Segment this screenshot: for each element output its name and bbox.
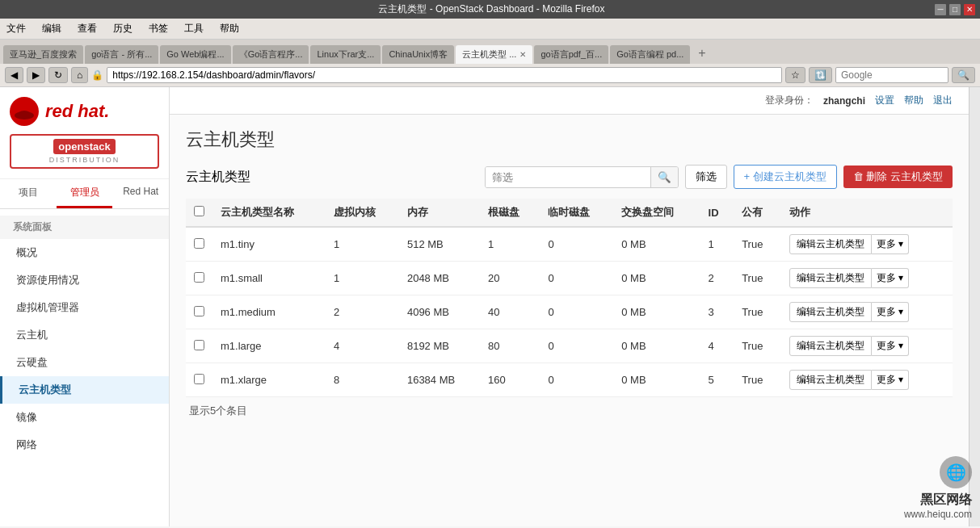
tab-label: 《Go语言程序...	[239, 48, 303, 61]
row-disk: 20	[480, 262, 540, 295]
row-ram: 8192 MB	[399, 329, 480, 363]
edit-flavor-button-4[interactable]: 编辑云主机类型	[789, 370, 872, 390]
row-checkbox-1[interactable]	[194, 272, 204, 283]
address-input[interactable]	[107, 67, 782, 83]
row-name: m1.xlarge	[212, 363, 326, 397]
row-public: True	[734, 329, 780, 363]
row-id: 5	[700, 363, 734, 397]
redhat-logo: red hat.	[10, 97, 159, 126]
col-checkbox	[186, 199, 212, 227]
sidebar-item-instances[interactable]: 云主机	[0, 321, 169, 349]
row-checkbox-cell	[186, 329, 212, 363]
browser-tab-2[interactable]: Go Web编程...	[160, 45, 230, 64]
row-ram: 2048 MB	[399, 262, 480, 295]
reload-button[interactable]: ↻	[48, 67, 68, 83]
search-button[interactable]: 🔍	[650, 167, 678, 187]
row-name: m1.tiny	[212, 227, 326, 262]
more-actions-button-1[interactable]: 更多 ▾	[872, 268, 909, 288]
browser-tab-6[interactable]: 云主机类型 ... ✕	[456, 45, 532, 64]
forward-button[interactable]: ▶	[27, 67, 45, 83]
refresh-button[interactable]: 🔃	[809, 67, 832, 83]
sidebar-item-resource-usage[interactable]: 资源使用情况	[0, 266, 169, 294]
more-actions-button-2[interactable]: 更多 ▾	[872, 302, 909, 322]
menu-help[interactable]: 帮助	[217, 20, 242, 37]
svg-point-0	[15, 111, 34, 119]
browser-tab-7[interactable]: go语言pdf_百...	[534, 45, 608, 64]
table-row: m1.small 1 2048 MB 20 0 0 MB 2 True 编辑云主…	[186, 262, 953, 295]
tab-project[interactable]: 项目	[0, 179, 57, 208]
row-ephemeral: 0	[540, 262, 613, 295]
row-actions: 编辑云主机类型更多 ▾	[781, 363, 953, 397]
window-title: 云主机类型 - OpenStack Dashboard - Mozilla Fi…	[48, 2, 935, 16]
window-controls[interactable]: ─ □ ✕	[935, 4, 980, 15]
sidebar-item-overview[interactable]: 概况	[0, 239, 169, 266]
maximize-button[interactable]: □	[949, 4, 961, 15]
delete-flavor-button[interactable]: 🗑 删除 云主机类型	[843, 166, 953, 188]
sidebar-item-flavors[interactable]: 云主机类型	[0, 376, 169, 404]
select-all-checkbox[interactable]	[194, 206, 204, 216]
create-flavor-button[interactable]: + 创建云主机类型	[734, 165, 837, 189]
table-row: m1.medium 2 4096 MB 40 0 0 MB 3 True 编辑云…	[186, 295, 953, 329]
more-actions-button-4[interactable]: 更多 ▾	[872, 370, 909, 390]
browser-window: 云主机类型 - OpenStack Dashboard - Mozilla Fi…	[0, 0, 980, 87]
minimize-button[interactable]: ─	[935, 4, 946, 15]
col-public: 公有	[734, 199, 780, 227]
browser-search-input[interactable]	[835, 67, 948, 83]
browser-tab-3[interactable]: 《Go语言程序...	[233, 45, 309, 64]
search-go-button[interactable]: 🔍	[952, 67, 975, 83]
row-checkbox-2[interactable]	[194, 306, 204, 316]
back-button[interactable]: ◀	[5, 67, 23, 83]
home-button[interactable]: ⌂	[71, 67, 88, 83]
row-actions: 编辑云主机类型更多 ▾	[781, 295, 953, 329]
more-actions-button-0[interactable]: 更多 ▾	[872, 234, 909, 254]
sidebar-item-volumes[interactable]: 云硬盘	[0, 349, 169, 376]
trash-icon: 🗑	[853, 170, 864, 182]
more-actions-button-3[interactable]: 更多 ▾	[872, 336, 909, 356]
tab-admin[interactable]: 管理员	[57, 179, 113, 208]
col-ephemeral: 临时磁盘	[540, 199, 613, 227]
filter-button[interactable]: 筛选	[685, 165, 727, 189]
search-input[interactable]	[486, 167, 650, 187]
row-disk: 160	[480, 363, 540, 397]
browser-tab-4[interactable]: Linux下rar支...	[310, 45, 381, 64]
address-bar: ◀ ▶ ↻ ⌂ 🔒 ☆ 🔃 🔍	[0, 64, 980, 87]
row-id: 3	[700, 295, 734, 329]
page-title: 云主机类型	[186, 128, 953, 152]
redhat-hat-icon	[10, 97, 39, 126]
row-checkbox-0[interactable]	[194, 238, 204, 249]
edit-flavor-button-2[interactable]: 编辑云主机类型	[789, 302, 872, 322]
logout-link[interactable]: 退出	[933, 94, 953, 107]
edit-flavor-button-0[interactable]: 编辑云主机类型	[789, 234, 872, 254]
help-link[interactable]: 帮助	[904, 94, 923, 107]
browser-tab-5[interactable]: ChinaUnix博客	[382, 45, 454, 64]
browser-tab-0[interactable]: 亚马逊_百度搜索	[3, 45, 83, 64]
sidebar-section-title: 系统面板	[0, 216, 169, 239]
menu-file[interactable]: 文件	[3, 20, 29, 37]
browser-tab-1[interactable]: go语言 - 所有...	[85, 45, 158, 64]
section-title: 云主机类型	[186, 169, 250, 186]
menu-history[interactable]: 历史	[110, 20, 136, 37]
row-checkbox-3[interactable]	[194, 340, 204, 350]
menu-tools[interactable]: 工具	[181, 20, 207, 37]
new-tab-button[interactable]: +	[692, 43, 712, 64]
tab-redhat[interactable]: Red Hat	[112, 179, 169, 208]
browser-tab-8[interactable]: Go语言编程 pd...	[610, 45, 690, 64]
sidebar-item-networks[interactable]: 网络	[0, 431, 169, 459]
menu-bookmarks[interactable]: 书签	[145, 20, 171, 37]
tab-close-icon[interactable]: ✕	[519, 50, 526, 59]
row-checkbox-cell	[186, 363, 212, 397]
row-ram: 16384 MB	[399, 363, 480, 397]
row-vcpus: 1	[326, 227, 399, 262]
row-checkbox-cell	[186, 262, 212, 295]
menu-edit[interactable]: 编辑	[39, 20, 65, 37]
row-public: True	[734, 363, 780, 397]
edit-flavor-button-3[interactable]: 编辑云主机类型	[789, 336, 872, 356]
menu-view[interactable]: 查看	[74, 20, 100, 37]
close-button[interactable]: ✕	[964, 4, 975, 15]
settings-link[interactable]: 设置	[875, 94, 894, 107]
edit-flavor-button-1[interactable]: 编辑云主机类型	[789, 268, 872, 288]
sidebar-item-hypervisor[interactable]: 虚拟机管理器	[0, 294, 169, 321]
row-checkbox-4[interactable]	[194, 374, 204, 384]
bookmark-button[interactable]: ☆	[785, 67, 805, 83]
sidebar-item-images[interactable]: 镜像	[0, 404, 169, 431]
